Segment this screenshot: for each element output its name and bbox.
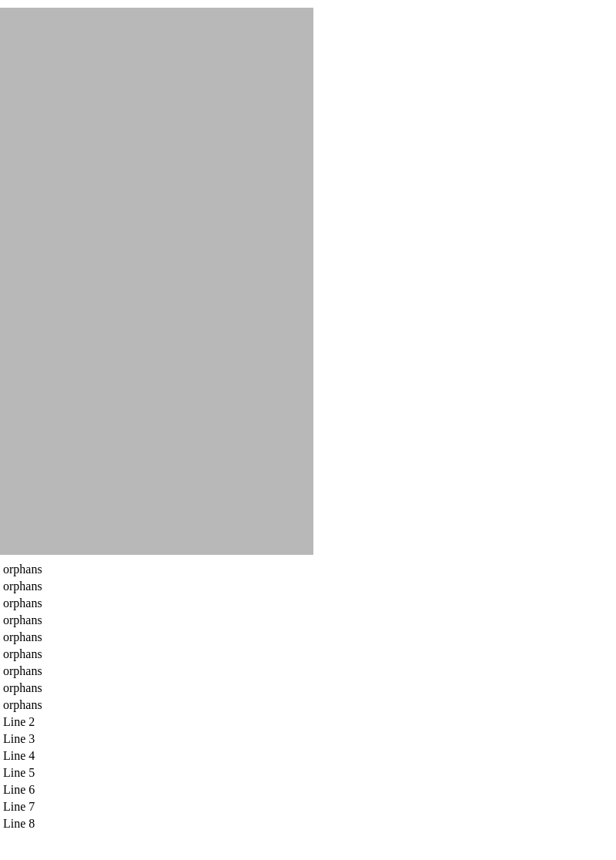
numbered-line-5: Line 5 — [3, 764, 616, 781]
orphan-line-5: orphans — [3, 629, 616, 646]
text-content: orphansorphansorphansorphansorphansorpha… — [0, 561, 616, 832]
orphan-line-4: orphans — [3, 612, 616, 629]
gray-rectangle — [0, 8, 313, 555]
numbered-line-2: Line 2 — [3, 714, 616, 731]
orphan-line-8: orphans — [3, 680, 616, 697]
orphan-line-3: orphans — [3, 595, 616, 612]
numbered-line-3: Line 3 — [3, 731, 616, 747]
numbered-line-4: Line 4 — [3, 747, 616, 764]
orphan-line-6: orphans — [3, 646, 616, 663]
numbered-line-7: Line 7 — [3, 798, 616, 815]
orphan-line-1: orphans — [3, 561, 616, 578]
orphan-line-9: orphans — [3, 697, 616, 714]
orphan-line-2: orphans — [3, 578, 616, 595]
numbered-line-8: Line 8 — [3, 815, 616, 832]
orphan-line-7: orphans — [3, 663, 616, 680]
numbered-line-6: Line 6 — [3, 781, 616, 798]
